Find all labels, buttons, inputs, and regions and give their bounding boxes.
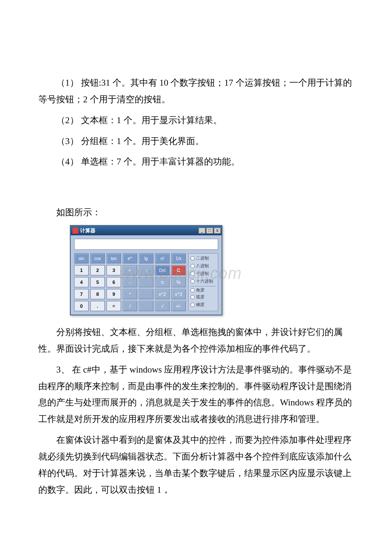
calc-button-r2c4[interactable] [139, 277, 153, 287]
radio-二进制[interactable]: 二进制 [190, 255, 216, 262]
calc-button-lg[interactable]: lg [139, 253, 153, 263]
calc-button-r4c4[interactable] [139, 301, 153, 311]
maximize-button[interactable]: □ [206, 228, 213, 234]
calc-button-tan[interactable]: tan [107, 253, 121, 263]
radio-dot-icon [190, 264, 195, 268]
radio-dot-icon [190, 272, 195, 276]
calc-button-+/-[interactable]: +/- [171, 301, 186, 311]
calc-button-.[interactable]: . [90, 301, 105, 311]
radio-弧度[interactable]: 弧度 [190, 294, 216, 301]
calc-button-n![interactable]: n! [155, 253, 170, 263]
calc-button-sin[interactable]: sin [74, 253, 89, 263]
calc-button-*[interactable]: * [123, 289, 137, 299]
radio-十六进制[interactable]: 十六进制 [190, 278, 216, 285]
para-8: 在窗体设计器中看到的是窗体及其中的控件，而要为控件添加事件处理程序就必须先切换到… [38, 432, 354, 498]
app-icon [72, 228, 78, 234]
calc-button-2[interactable]: 2 [90, 265, 105, 275]
calc-button-1/x[interactable]: 1/x [171, 253, 186, 263]
calc-button-C[interactable]: C [171, 265, 186, 275]
calc-button--[interactable]: - [123, 277, 137, 287]
calc-button-=[interactable]: = [107, 301, 121, 311]
radio-label: 弧度 [196, 294, 205, 300]
calc-button-0[interactable]: 0 [74, 301, 89, 311]
radio-label: 角度 [196, 287, 205, 293]
calc-button-e^[interactable]: e^ [123, 253, 137, 263]
calc-button-π[interactable]: π [155, 277, 170, 287]
calc-button-+[interactable]: + [123, 265, 137, 275]
result-display[interactable] [74, 239, 218, 250]
calc-button-7[interactable]: 7 [74, 289, 89, 299]
radio-dot-icon [190, 295, 195, 299]
para-5: 如图所示： [38, 204, 354, 221]
radio-梯度[interactable]: 梯度 [190, 301, 216, 308]
calculator-body: sincostane^lgn!1/x123+↑DelC456-π%789*x^2… [71, 235, 222, 315]
calc-button-1[interactable]: 1 [74, 265, 89, 275]
titlebar: 计算器 _ □ X [71, 226, 222, 235]
radio-label: 十六进制 [196, 278, 213, 284]
calc-button-/[interactable]: / [123, 301, 137, 311]
calc-button-%[interactable]: % [171, 277, 186, 287]
radio-dot-icon [190, 279, 195, 283]
calculator-window: 计算器 _ □ X sincostane^lgn!1/x123+↑DelC456… [70, 225, 222, 315]
para-4: （4） 单选框：7 个。用于丰富计算器的功能。 [38, 153, 354, 170]
button-grid: sincostane^lgn!1/x123+↑DelC456-π%789*x^2… [74, 253, 186, 311]
calc-button-4[interactable]: 4 [74, 277, 89, 287]
minimize-button[interactable]: _ [199, 228, 205, 234]
calc-button-x^2[interactable]: x^2 [155, 289, 170, 299]
close-button[interactable]: X [214, 228, 221, 234]
calc-button-cos[interactable]: cos [90, 253, 105, 263]
calc-button-Del[interactable]: Del [155, 265, 170, 275]
window-buttons: _ □ X [199, 228, 221, 234]
calc-button-5[interactable]: 5 [90, 277, 105, 287]
para-6: 分别将按钮、文本框、分组框、单选框拖拽的窗体中，并设计好它们的属性。界面设计完成… [38, 324, 354, 357]
para-3: （3） 分组框：1 个。用于美化界面。 [38, 133, 354, 150]
radio-dot-icon [190, 288, 195, 292]
button-area: sincostane^lgn!1/x123+↑DelC456-π%789*x^2… [74, 253, 218, 311]
radio-label: 十进制 [196, 271, 209, 277]
radio-dot-icon [190, 256, 195, 260]
calc-button-x^3[interactable]: x^3 [171, 289, 186, 299]
spacer [38, 174, 354, 204]
radio-label: 二进制 [196, 255, 209, 261]
calc-button-r3c4[interactable] [139, 289, 153, 299]
para-2: （2） 文本框：1 个。用于显示计算结果。 [38, 112, 354, 129]
calc-button-9[interactable]: 9 [107, 289, 121, 299]
radio-dot-icon [190, 303, 195, 307]
para-1: （1） 按钮:31 个。其中有 10 个数字按钮；17 个运算按钮；一个用于计算… [38, 75, 354, 108]
radio-label: 八进制 [196, 263, 209, 269]
calc-button-6[interactable]: 6 [107, 277, 121, 287]
calc-button-8[interactable]: 8 [90, 289, 105, 299]
radio-十进制[interactable]: 十进制 [190, 270, 216, 277]
radio-label: 梯度 [196, 302, 205, 308]
calculator-screenshot: 计算器 _ □ X sincostane^lgn!1/x123+↑DelC456… [70, 225, 222, 315]
radio-八进制[interactable]: 八进制 [190, 263, 216, 269]
calc-button-↑[interactable]: ↑ [139, 265, 153, 275]
calc-button-√[interactable]: √ [155, 301, 170, 311]
radio-panel: 二进制八进制十进制十六进制角度弧度梯度 [188, 253, 218, 311]
window-title: 计算器 [80, 227, 199, 234]
calc-button-3[interactable]: 3 [107, 265, 121, 275]
para-7: 3、 在 c#中，基于 windows 应用程序设计方法是事件驱动的。事件驱动不… [38, 361, 354, 428]
radio-角度[interactable]: 角度 [190, 286, 216, 293]
